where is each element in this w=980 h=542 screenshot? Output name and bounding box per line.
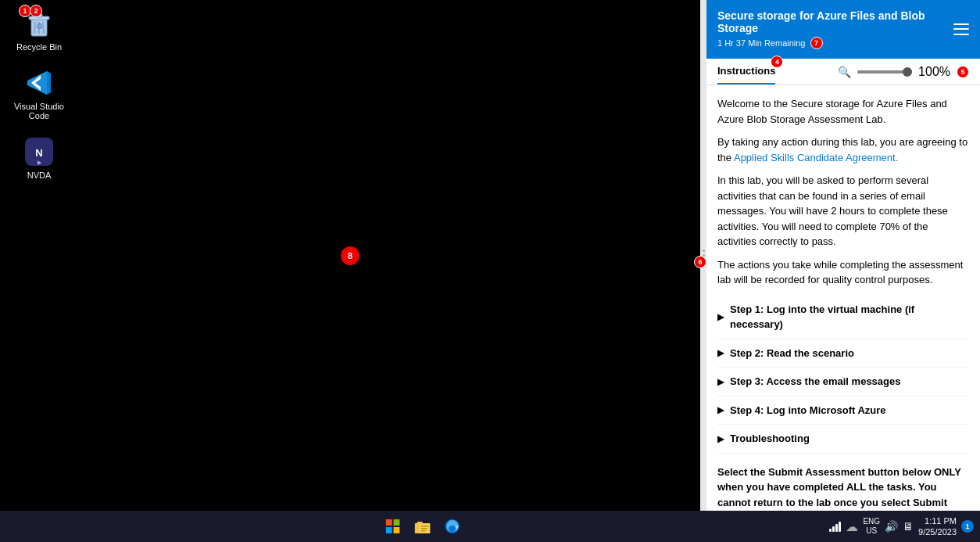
svg-text:♻: ♻ xyxy=(36,22,43,31)
edge-browser-button[interactable] xyxy=(440,514,465,539)
tab-controls: 🔍 100% 5 xyxy=(838,65,969,79)
resize-dot xyxy=(703,249,705,252)
step-4[interactable]: ▶ Step 4: Log into Microsoft Azure xyxy=(717,397,969,425)
current-date: 9/25/2023 xyxy=(918,526,957,537)
step-3-label: Step 3: Access the email messages xyxy=(730,374,900,389)
step-2-label: Step 2: Read the scenario xyxy=(730,346,854,361)
step-3[interactable]: ▶ Step 3: Access the email messages xyxy=(717,368,969,397)
step-4-arrow: ▶ xyxy=(717,404,724,417)
step-1[interactable]: ▶ Step 1: Log into the virtual machine (… xyxy=(717,296,969,339)
step-2[interactable]: ▶ Step 2: Read the scenario xyxy=(717,339,969,368)
language-text: ENGUS xyxy=(863,517,880,536)
svg-rect-11 xyxy=(394,519,400,526)
taskbar-right: ☁ ENGUS 🔊 🖥 1:11 PM 9/25/2023 1 xyxy=(829,515,974,538)
signal-bars-icon xyxy=(829,521,841,532)
intro-paragraph: Welcome to the Secure storage for Azure … xyxy=(717,96,969,127)
tab-instructions[interactable]: Instructions 4 xyxy=(717,59,775,84)
step-4-label: Step 4: Log into Microsoft Azure xyxy=(730,403,886,418)
svg-rect-13 xyxy=(394,527,400,533)
windows-start-button[interactable] xyxy=(381,514,406,539)
panel-title-area: Secure storage for Azure Files and Blob … xyxy=(717,9,953,49)
hamburger-menu-icon[interactable] xyxy=(953,22,969,38)
step-1-label: Step 1: Log into the virtual machine (if… xyxy=(730,302,969,332)
notification-badge[interactable]: 1 xyxy=(961,520,974,533)
nvda-label: NVDA xyxy=(27,170,52,180)
zoom-slider[interactable] xyxy=(857,70,912,74)
vscode-icon[interactable]: Visual Studio Code xyxy=(8,67,70,120)
svg-rect-19 xyxy=(421,530,426,532)
warning-paragraph: Select the Submit Assessment button belo… xyxy=(717,465,969,511)
time-display[interactable]: 1:11 PM 9/25/2023 xyxy=(918,515,957,538)
current-time: 1:11 PM xyxy=(925,515,957,526)
panel-tabs: Instructions 4 🔍 100% 5 xyxy=(706,59,980,85)
troubleshooting-label: Troubleshooting xyxy=(730,431,810,447)
svg-rect-12 xyxy=(386,527,392,533)
svg-rect-18 xyxy=(421,528,427,529)
instructions-panel: Secure storage for Azure Files and Blob … xyxy=(706,0,980,511)
badge-6: 6 xyxy=(694,256,706,268)
step-2-arrow: ▶ xyxy=(717,346,724,360)
troubleshooting[interactable]: ▶ Troubleshooting xyxy=(717,425,969,454)
language-indicator[interactable]: ENGUS xyxy=(863,517,880,536)
tab-instructions-label: Instructions xyxy=(717,65,775,77)
steps-list: ▶ Step 1: Log into the virtual machine (… xyxy=(717,296,969,454)
recycle-bin-label: Recycle Bin xyxy=(16,42,62,52)
time-remaining: 1 Hr 37 Min Remaining xyxy=(717,38,806,48)
nvda-icon[interactable]: N ▶ NVDA xyxy=(8,136,70,180)
zoom-thumb[interactable] xyxy=(903,67,912,77)
troubleshooting-arrow: ▶ xyxy=(717,433,724,446)
badge-2: 2 xyxy=(30,5,42,17)
recording-paragraph: The actions you take while completing th… xyxy=(717,257,969,288)
panel-title: Secure storage for Azure Files and Blob … xyxy=(717,9,953,34)
speaker-icon[interactable]: 🔊 xyxy=(885,520,898,533)
warning-text: Select the Submit Assessment button belo… xyxy=(717,466,961,511)
agreement-link[interactable]: Applied Skills Candidate Agreement. xyxy=(734,152,898,163)
step-1-arrow: ▶ xyxy=(717,310,724,324)
search-icon[interactable]: 🔍 xyxy=(838,66,851,78)
vscode-label: Visual Studio Code xyxy=(8,102,70,120)
recycle-bin-icon[interactable]: 1 2 ♻ Recycle Bin xyxy=(8,8,70,52)
svg-rect-10 xyxy=(386,519,392,526)
taskbar-center xyxy=(381,514,465,539)
svg-rect-17 xyxy=(421,526,429,527)
cloud-icon: ☁ xyxy=(846,519,858,534)
step-3-arrow: ▶ xyxy=(717,375,724,389)
activities-paragraph: In this lab, you will be asked to perfor… xyxy=(717,173,969,249)
display-icon[interactable]: 🖥 xyxy=(903,520,914,533)
panel-subtitle: 1 Hr 37 Min Remaining 7 xyxy=(717,37,953,49)
agreement-paragraph: By taking any action during this lab, yo… xyxy=(717,135,969,165)
panel-resize-handle[interactable]: 6 xyxy=(700,0,706,511)
desktop: 1 2 ♻ Recycle Bin xyxy=(0,0,700,511)
file-explorer-button[interactable] xyxy=(410,514,435,539)
badge-8: 8 xyxy=(341,246,359,265)
badge-5: 5 xyxy=(957,66,969,78)
badge-7: 7 xyxy=(810,37,823,49)
svg-line-5 xyxy=(43,22,44,34)
panel-content: Welcome to the Secure storage for Azure … xyxy=(706,85,980,511)
svg-text:N: N xyxy=(35,147,42,159)
badge-4: 4 xyxy=(771,56,783,68)
panel-header: Secure storage for Azure Files and Blob … xyxy=(706,0,980,59)
zoom-percent: 100% xyxy=(918,65,950,79)
zoom-control xyxy=(857,70,912,74)
taskbar: ☁ ENGUS 🔊 🖥 1:11 PM 9/25/2023 1 xyxy=(0,511,980,542)
